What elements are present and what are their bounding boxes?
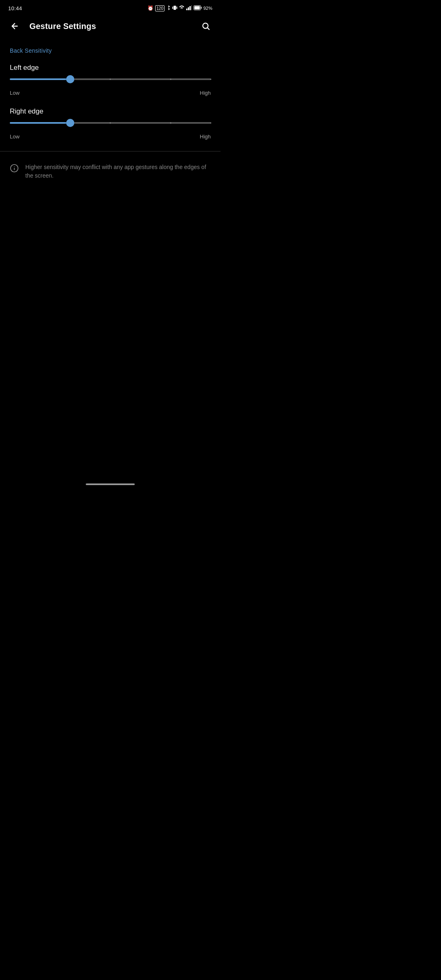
battery-icon (194, 5, 202, 11)
tick-high-left (170, 79, 171, 80)
right-edge-fill (10, 122, 70, 124)
svg-rect-0 (174, 6, 176, 10)
right-edge-label: Right edge (10, 107, 211, 116)
app-bar-left: Gesture Settings (7, 18, 96, 34)
svg-line-11 (207, 28, 209, 29)
tick-end-left (210, 79, 212, 80)
right-edge-slider-container[interactable] (10, 122, 211, 130)
wifi-icon (179, 5, 185, 11)
back-button[interactable] (7, 18, 23, 34)
right-edge-track (10, 122, 211, 124)
svg-rect-2 (176, 7, 177, 9)
svg-rect-6 (191, 5, 192, 10)
signal-icon (186, 5, 192, 11)
home-indicator[interactable] (86, 483, 135, 485)
left-edge-slider-container[interactable] (10, 78, 211, 87)
status-time: 10:44 (8, 5, 22, 11)
svg-rect-8 (194, 6, 200, 9)
app-bar: Gesture Settings (0, 15, 220, 38)
info-icon (10, 164, 19, 173)
alarm-icon: ⏰ (147, 5, 154, 11)
vibrate-icon (172, 5, 177, 12)
battery-percent: 92% (203, 6, 212, 11)
svg-rect-3 (186, 9, 187, 10)
svg-rect-1 (172, 7, 173, 9)
left-edge-low-label: Low (10, 90, 20, 96)
left-edge-track (10, 78, 211, 80)
right-edge-low-label: Low (10, 134, 20, 140)
svg-rect-5 (189, 6, 191, 10)
left-edge-label: Left edge (10, 64, 211, 72)
search-button[interactable] (198, 18, 214, 34)
back-sensitivity-header: Back Sensitivity (0, 44, 220, 60)
right-edge-labels: Low High (10, 134, 211, 140)
status-icons: ⏰ 120 (147, 5, 212, 12)
section-divider (0, 151, 220, 151)
settings-content: Back Sensitivity Left edge Low High Righ… (0, 38, 220, 188)
tick-end-right (210, 122, 212, 124)
left-edge-thumb (66, 75, 74, 83)
svg-rect-9 (201, 7, 202, 9)
status-bar: 10:44 ⏰ 120 (0, 0, 220, 15)
search-icon (201, 22, 210, 31)
left-edge-section: Left edge Low High (0, 60, 220, 104)
right-edge-section: Right edge Low High (0, 104, 220, 148)
info-text: Higher sensitivity may conflict with any… (25, 163, 211, 180)
left-edge-high-label: High (200, 90, 211, 96)
left-edge-fill (10, 78, 70, 80)
left-edge-labels: Low High (10, 90, 211, 96)
bluetooth-icon (166, 5, 171, 12)
right-edge-thumb (66, 119, 74, 127)
back-arrow-icon (10, 22, 19, 31)
tick-mid-left (110, 79, 111, 80)
tick-mid-right (110, 122, 111, 124)
tick-high-right (170, 122, 171, 124)
svg-rect-4 (188, 7, 189, 10)
app-title: Gesture Settings (29, 22, 96, 31)
keyboard-icon: 120 (155, 5, 165, 11)
info-note: Higher sensitivity may conflict with any… (0, 155, 220, 188)
right-edge-high-label: High (200, 134, 211, 140)
